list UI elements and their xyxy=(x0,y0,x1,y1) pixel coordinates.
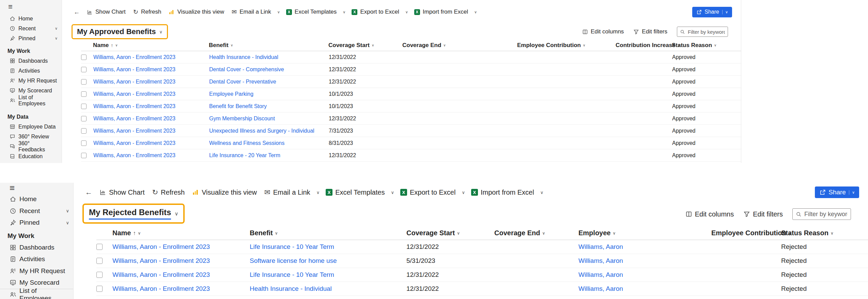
share-button[interactable]: Share∨ xyxy=(815,186,859,198)
sidebar-item-my-hr-request[interactable]: My HR Request xyxy=(0,76,62,86)
column-header-benefit[interactable]: Benefit∨ xyxy=(209,42,328,49)
export-to-excel-button[interactable]: XExport to Excel xyxy=(348,9,403,15)
benefit-cell[interactable]: Dental Cover - Preventative xyxy=(209,79,329,85)
row-checkbox[interactable] xyxy=(81,104,87,109)
edit-columns-button[interactable]: Edit columns xyxy=(582,28,624,35)
chevron-down-icon[interactable]: ∨ xyxy=(174,211,178,217)
column-header-name[interactable]: Name↑∨ xyxy=(93,42,209,49)
visualize-view-button[interactable]: Visualize this view xyxy=(165,9,228,15)
column-header-status-reason[interactable]: Status Reason∨ xyxy=(672,42,741,49)
export-to-excel-button[interactable]: XExport to Excel xyxy=(397,189,460,196)
sidebar-item-list-of-employees[interactable]: List of Employees xyxy=(0,95,62,105)
edit-filters-button[interactable]: Edit filters xyxy=(743,210,783,218)
column-header-coverage-end[interactable]: Coverage End∨ xyxy=(494,229,578,237)
name-cell[interactable]: Williams, Aaron - Enrollment 2023 xyxy=(93,79,209,85)
hamburger-menu-icon[interactable]: ≡ xyxy=(0,183,73,193)
column-header-contribution-increase[interactable]: Contribution Increase∨ xyxy=(616,42,672,49)
chevron-down-icon[interactable]: ∨ xyxy=(66,208,69,213)
name-cell[interactable]: Williams, Aaron - Enrollment 2023 xyxy=(93,140,209,146)
benefit-cell[interactable]: Life Insurance - 20 Year Term xyxy=(209,152,329,159)
column-header-name[interactable]: Name↑∨ xyxy=(112,229,250,237)
benefit-cell[interactable]: Dental Cover - Comprehensive xyxy=(209,66,329,73)
visualize-view-button[interactable]: Visualize this view xyxy=(188,189,261,196)
filter-keyword-box[interactable] xyxy=(792,208,851,220)
row-checkbox[interactable] xyxy=(96,286,103,292)
chevron-down-icon[interactable]: ∨ xyxy=(388,190,397,195)
back-button[interactable]: ← xyxy=(82,188,96,196)
filter-keyword-input[interactable] xyxy=(804,211,848,218)
benefit-cell[interactable]: Wellness and Fitness Sessions xyxy=(209,140,329,146)
benefit-cell[interactable]: Employee Parking xyxy=(209,91,329,97)
chevron-down-icon[interactable]: ∨ xyxy=(159,29,162,34)
benefit-cell[interactable]: Software license for home use xyxy=(250,257,406,265)
row-checkbox[interactable] xyxy=(81,128,87,134)
sidebar-item-home[interactable]: Home xyxy=(0,193,73,205)
row-checkbox[interactable] xyxy=(81,116,87,121)
edit-filters-button[interactable]: Edit filters xyxy=(633,28,667,35)
column-header-employee[interactable]: Employee∨ xyxy=(578,229,711,237)
benefit-cell[interactable]: Health Insurance - Individual xyxy=(250,285,406,293)
employee-cell[interactable]: Williams, Aaron xyxy=(578,285,711,293)
sidebar-item-recent[interactable]: Recent ∨ xyxy=(0,24,62,33)
view-title[interactable]: My Approved Benefits xyxy=(77,27,156,36)
chevron-down-icon[interactable]: ∨ xyxy=(55,26,58,31)
employee-cell[interactable]: Williams, Aaron xyxy=(578,243,711,251)
email-link-button[interactable]: ✉Email a Link xyxy=(228,8,275,16)
employee-cell[interactable]: Williams, Aaron xyxy=(578,257,711,265)
benefit-cell[interactable]: Life Insurance - 10 Year Term xyxy=(250,271,406,279)
sidebar-item-list-of-employees[interactable]: List of Employees xyxy=(0,289,73,299)
column-header-coverage-end[interactable]: Coverage End∨ xyxy=(402,42,517,49)
sidebar-item-dashboards[interactable]: Dashboards xyxy=(0,56,62,66)
row-checkbox[interactable] xyxy=(81,79,87,85)
row-checkbox[interactable] xyxy=(96,244,103,250)
email-link-button[interactable]: ✉Email a Link xyxy=(261,188,314,196)
benefit-cell[interactable]: Benefit for Benefit Story xyxy=(209,103,329,109)
column-header-coverage-start[interactable]: Coverage Start∨ xyxy=(328,42,402,49)
name-cell[interactable]: Williams, Aaron - Enrollment 2023 xyxy=(93,66,209,73)
name-cell[interactable]: Williams, Aaron - Enrollment 2023 xyxy=(93,91,209,97)
refresh-button[interactable]: ↻Refresh xyxy=(149,188,189,196)
column-header-benefit[interactable]: Benefit∨ xyxy=(250,229,406,237)
edit-columns-button[interactable]: Edit columns xyxy=(685,210,734,218)
sidebar-item-home[interactable]: Home xyxy=(0,14,62,24)
view-title[interactable]: My Rejected Benefits xyxy=(89,208,171,220)
benefit-cell[interactable]: Life Insurance - 10 Year Term xyxy=(250,243,406,251)
show-chart-button[interactable]: Show Chart xyxy=(96,189,149,196)
column-header-employee-contribution[interactable]: Employee Contribution∨ xyxy=(517,42,616,49)
sidebar-item-employee-data[interactable]: Employee Data xyxy=(0,122,62,132)
benefit-cell[interactable]: Health Insurance - Individual xyxy=(209,54,329,60)
column-header-status-reason[interactable]: Status Reason∨ xyxy=(781,229,868,237)
name-cell[interactable]: Williams, Aaron - Enrollment 2023 xyxy=(93,152,209,159)
name-cell[interactable]: Williams, Aaron - Enrollment 2023 xyxy=(112,257,250,265)
name-cell[interactable]: Williams, Aaron - Enrollment 2023 xyxy=(93,54,209,60)
excel-templates-button[interactable]: XExcel Templates xyxy=(282,9,340,15)
filter-keyword-input[interactable] xyxy=(688,29,725,35)
row-checkbox[interactable] xyxy=(81,67,87,72)
row-checkbox[interactable] xyxy=(81,55,87,60)
back-button[interactable]: ← xyxy=(70,9,83,16)
sidebar-item-activities[interactable]: Activities xyxy=(0,66,62,76)
name-cell[interactable]: Williams, Aaron - Enrollment 2023 xyxy=(112,243,250,251)
sidebar-item-education[interactable]: Education xyxy=(0,151,62,161)
sidebar-item-pinned[interactable]: Pinned ∨ xyxy=(0,217,73,229)
sidebar-item-activities[interactable]: Activities xyxy=(0,253,73,265)
row-checkbox[interactable] xyxy=(81,153,87,158)
filter-keyword-box[interactable] xyxy=(677,27,728,37)
column-header-employee-contribution[interactable]: Employee Contribution∨ xyxy=(711,229,781,237)
sidebar-item-pinned[interactable]: Pinned ∨ xyxy=(0,33,62,43)
row-checkbox[interactable] xyxy=(96,258,103,264)
employee-cell[interactable]: Williams, Aaron xyxy=(578,271,711,279)
chevron-down-icon[interactable]: ∨ xyxy=(459,190,467,195)
column-header-coverage-start[interactable]: Coverage Start∨ xyxy=(406,229,494,237)
sidebar-item-recent[interactable]: Recent ∨ xyxy=(0,205,73,217)
chevron-down-icon[interactable]: ∨ xyxy=(66,220,69,225)
chevron-down-icon[interactable]: ∨ xyxy=(538,190,546,195)
name-cell[interactable]: Williams, Aaron - Enrollment 2023 xyxy=(93,116,209,122)
benefit-cell[interactable]: Gym Membership Discount xyxy=(209,116,329,122)
sidebar-item-360-feedbacks[interactable]: 360° Feedbacks xyxy=(0,141,62,151)
chevron-down-icon[interactable]: ∨ xyxy=(403,10,410,14)
name-cell[interactable]: Williams, Aaron - Enrollment 2023 xyxy=(112,271,250,279)
sidebar-item-dashboards[interactable]: Dashboards xyxy=(0,242,73,254)
share-button[interactable]: Share∨ xyxy=(692,7,732,17)
chevron-down-icon[interactable]: ∨ xyxy=(55,36,58,41)
